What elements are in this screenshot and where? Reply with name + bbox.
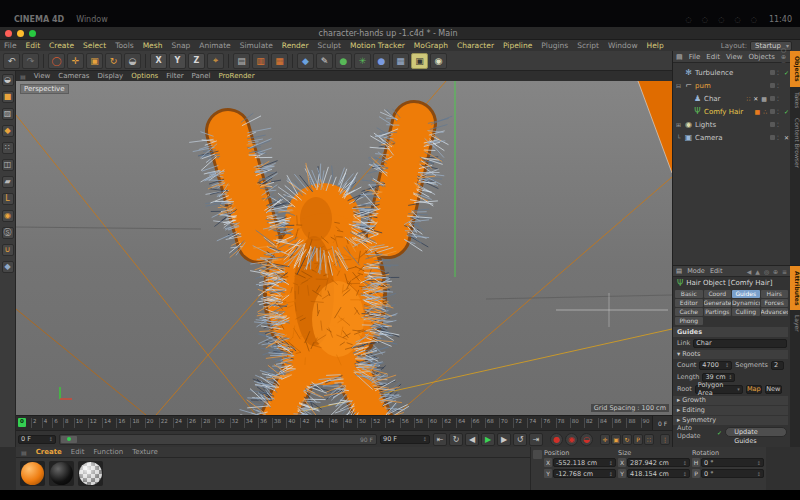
enable-toggle[interactable]: ✕ [783, 134, 790, 141]
make-editable-icon[interactable]: ◒ [2, 74, 14, 86]
coordinate-field-size-x[interactable]: 287.942 cm↕ [627, 458, 690, 467]
attribute-tab-hairs[interactable]: Hairs [761, 290, 789, 298]
timeline-tick-82[interactable]: 82 [584, 418, 593, 428]
stepper-icon[interactable]: ↕ [757, 470, 761, 478]
move-tool-icon[interactable]: ✛ [67, 53, 84, 69]
viewport-menu-cameras[interactable]: Cameras [58, 72, 89, 80]
object-tag-icon[interactable]: ✕ [753, 95, 758, 102]
timeline-ruler[interactable]: 0246810121416182022242628303234363840424… [16, 415, 672, 430]
timeline-tick-44[interactable]: 44 [315, 418, 324, 428]
visibility-toggle[interactable] [770, 96, 775, 101]
object-name[interactable]: Comfy Hair [704, 108, 743, 116]
timeline-tick-40[interactable]: 40 [286, 418, 295, 428]
render-view-icon[interactable]: ▤ [233, 53, 250, 69]
segments-field[interactable]: 2 [771, 361, 784, 370]
add-cube-icon[interactable]: ◆ [297, 53, 314, 69]
timeline-tick-62[interactable]: 62 [442, 418, 451, 428]
timeline-tick-38[interactable]: 38 [272, 418, 281, 428]
attribute-tab-cache[interactable]: Cache [675, 308, 703, 316]
panel-tab-layer[interactable]: Layer [790, 310, 800, 337]
timeline-tick-24[interactable]: 24 [173, 418, 182, 428]
axis-workplane-icon[interactable]: L [2, 193, 14, 205]
menu-character[interactable]: Character [457, 41, 494, 50]
zoom-window-button[interactable] [29, 30, 36, 37]
menu-sculpt[interactable]: Sculpt [318, 41, 341, 50]
viewport-menu-filter[interactable]: Filter [166, 72, 183, 80]
timeline-tick-70[interactable]: 70 [499, 418, 508, 428]
timeline-tick-58[interactable]: 58 [414, 418, 423, 428]
rotation-key-toggle[interactable]: ↻ [622, 434, 632, 445]
timeline-tick-48[interactable]: 48 [343, 418, 352, 428]
panel-tab-takes[interactable]: Takes [790, 87, 800, 113]
material-tab-create[interactable]: Create [36, 448, 62, 456]
timeline-tick-80[interactable]: 80 [570, 418, 579, 428]
rotate-tool-icon[interactable]: ↻ [105, 53, 122, 69]
timeline-tick-86[interactable]: 86 [612, 418, 621, 428]
timeline-tick-12[interactable]: 12 [88, 418, 97, 428]
timeline-slider-handle[interactable] [61, 436, 77, 443]
enable-toggle[interactable]: ✓ [783, 69, 790, 76]
editor-render-dots[interactable]: ⁚ [777, 95, 781, 102]
menu-motion-tracker[interactable]: Motion Tracker [350, 41, 405, 50]
coordinate-field-position-y[interactable]: -12.768 cm↕ [553, 469, 616, 478]
stepper-icon[interactable]: ↕ [757, 459, 761, 467]
live-selection-tool-icon[interactable]: ◯ [48, 53, 65, 69]
undo-icon[interactable]: ↶ [3, 53, 20, 69]
attribute-tab-culling[interactable]: Culling [732, 308, 760, 316]
tree-item-pum[interactable]: ⊟⌐pum⁚ [673, 79, 790, 92]
timeline-tick-46[interactable]: 46 [329, 418, 338, 428]
timeline-tick-60[interactable]: 60 [428, 418, 437, 428]
object-tag-icon[interactable]: ∷ [746, 95, 750, 102]
timeline-tick-66[interactable]: 66 [471, 418, 480, 428]
axis-y-button[interactable]: Y [169, 53, 186, 69]
position-key-toggle[interactable]: ✛ [600, 434, 610, 445]
tree-item-lights[interactable]: ⊞◉Lights⁚ [673, 118, 790, 131]
timeline-tick-26[interactable]: 26 [187, 418, 196, 428]
minimize-window-button[interactable] [17, 30, 24, 37]
timeline-tick-20[interactable]: 20 [145, 418, 154, 428]
tree-item-comfy-hair[interactable]: ΨComfy Hair■∴⁚✓ [673, 105, 790, 118]
timeline-tick-6[interactable]: 6 [52, 418, 58, 428]
macos-window-menu[interactable]: Window [76, 15, 108, 24]
timeline-mini-frame-field[interactable]: 0 F [652, 416, 672, 430]
add-spline-icon[interactable]: ✎ [316, 53, 333, 69]
timeline-tick-54[interactable]: 54 [385, 418, 394, 428]
visibility-toggle[interactable] [770, 122, 775, 127]
workplane-mode-icon[interactable]: ◆ [2, 125, 14, 137]
link-field[interactable]: Char [693, 339, 787, 348]
object-name[interactable]: pum [695, 82, 711, 90]
expander-icon[interactable]: ⊟ [675, 82, 682, 89]
coordinate-field-rotation-p[interactable]: 0 °↕ [701, 469, 764, 478]
play-button[interactable]: ▶ [481, 433, 495, 446]
material-tab-edit[interactable]: Edit [71, 448, 85, 456]
menu-mesh[interactable]: Mesh [143, 41, 163, 50]
axis-z-button[interactable]: Z [188, 53, 205, 69]
point-level-key-toggle[interactable]: ∷ [644, 434, 654, 445]
menu-simulate[interactable]: Simulate [240, 41, 273, 50]
object-axis-icon[interactable]: ◉ [2, 210, 14, 222]
expander-icon[interactable]: ⊞ [675, 121, 682, 128]
timeline-tick-32[interactable]: 32 [230, 418, 239, 428]
material-tab-texture[interactable]: Texture [132, 448, 158, 456]
stepper-icon[interactable]: ↕ [609, 459, 613, 467]
timeline-tick-56[interactable]: 56 [400, 418, 409, 428]
timeline-tick-90[interactable]: 90 [641, 418, 650, 428]
editor-render-dots[interactable]: ⁚ [777, 134, 781, 141]
menu-help[interactable]: Help [647, 41, 664, 50]
axis-x-button[interactable]: X [150, 53, 167, 69]
object-tag-icon[interactable]: ■ [755, 108, 761, 115]
timeline-tick-50[interactable]: 50 [357, 418, 366, 428]
attribute-tab-dynamics[interactable]: Dynamics [732, 299, 760, 307]
coord-system-icon[interactable]: ⌖ [207, 53, 224, 69]
add-simulate-icon[interactable]: ● [373, 53, 390, 69]
menu-mograph[interactable]: MoGraph [414, 41, 448, 50]
attribute-tab-advanced[interactable]: Advanced [761, 308, 789, 316]
attribute-menu-edit[interactable]: Edit [710, 267, 723, 275]
visibility-toggle[interactable] [770, 70, 775, 75]
section--editing[interactable]: ▸ Editing [673, 406, 788, 415]
keyframe-selection-button[interactable]: ◒ [580, 433, 593, 446]
panel-tab-objects[interactable]: Objects [790, 51, 800, 87]
visibility-toggle[interactable] [770, 83, 775, 88]
timeline-tick-76[interactable]: 76 [541, 418, 550, 428]
snap-icon[interactable]: Ⓢ [2, 227, 14, 239]
